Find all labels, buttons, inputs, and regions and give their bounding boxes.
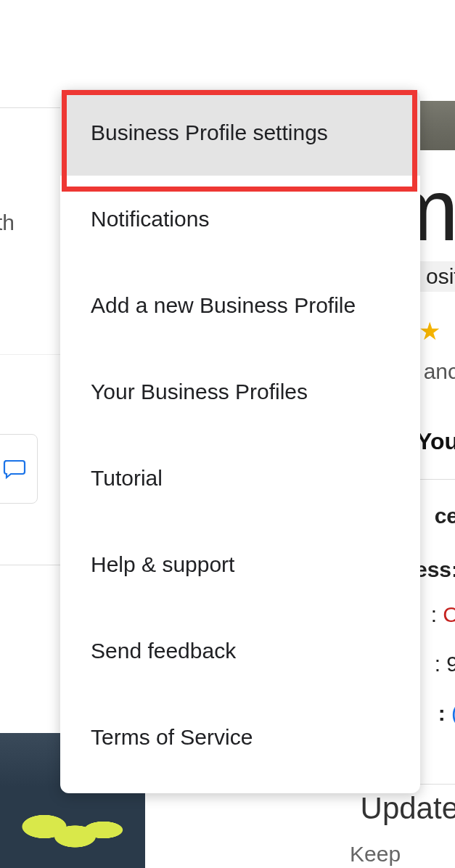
menu-item-business-profile-settings[interactable]: Business Profile settings (60, 89, 420, 176)
website-fragment: osite (419, 261, 455, 292)
text-fragment: : C (431, 602, 455, 627)
text-fragment: : ( (438, 701, 455, 726)
text-fragment: ce (435, 504, 455, 528)
menu-item-notifications[interactable]: Notifications (60, 176, 420, 262)
text-fragment: : 9 (435, 652, 455, 676)
text-fragment: ess: (415, 557, 455, 582)
chat-icon (2, 458, 27, 480)
update-heading-fragment: Update (361, 791, 455, 826)
text-fragment: Keep (350, 842, 455, 867)
rating-star: ★ (419, 316, 455, 345)
menu-item-terms-of-service[interactable]: Terms of Service (60, 694, 420, 780)
menu-item-send-feedback[interactable]: Send feedback (60, 607, 420, 694)
menu-item-tutorial[interactable]: Tutorial (60, 435, 420, 521)
menu-item-add-new-business-profile[interactable]: Add a new Business Profile (60, 262, 420, 348)
text-fragment: You (417, 428, 455, 455)
text-fragment: anc (424, 359, 455, 384)
menu-item-help-support[interactable]: Help & support (60, 521, 420, 607)
more-options-dropdown: Business Profile settings Notifications … (60, 89, 420, 793)
menu-item-your-business-profiles[interactable]: Your Business Profiles (60, 348, 420, 435)
text-fragment: th (0, 210, 15, 235)
chat-card-fragment[interactable] (0, 434, 38, 504)
